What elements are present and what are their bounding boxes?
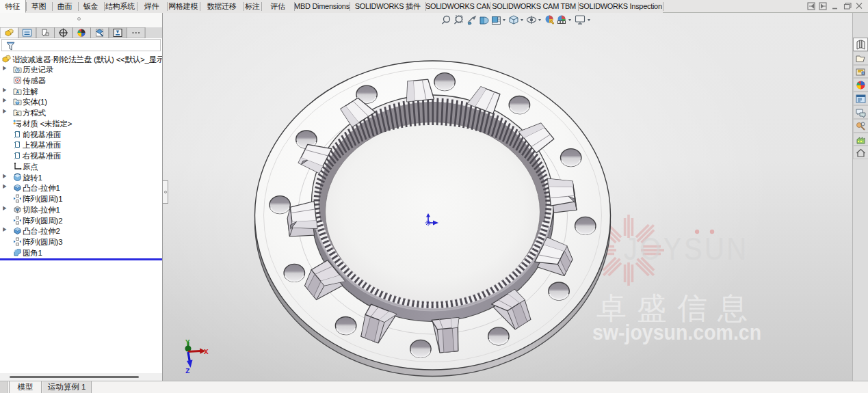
svg-text:Z: Z [185, 367, 190, 375]
svg-text:X: X [204, 348, 209, 356]
svg-text:Y: Y [185, 338, 190, 347]
